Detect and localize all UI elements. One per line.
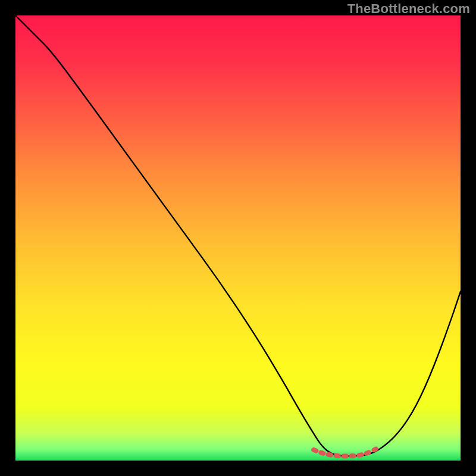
chart-frame: TheBottleneck.com	[0, 0, 476, 476]
bottleneck-chart	[15, 15, 461, 461]
watermark-text: TheBottleneck.com	[347, 1, 470, 17]
chart-background	[15, 15, 461, 461]
